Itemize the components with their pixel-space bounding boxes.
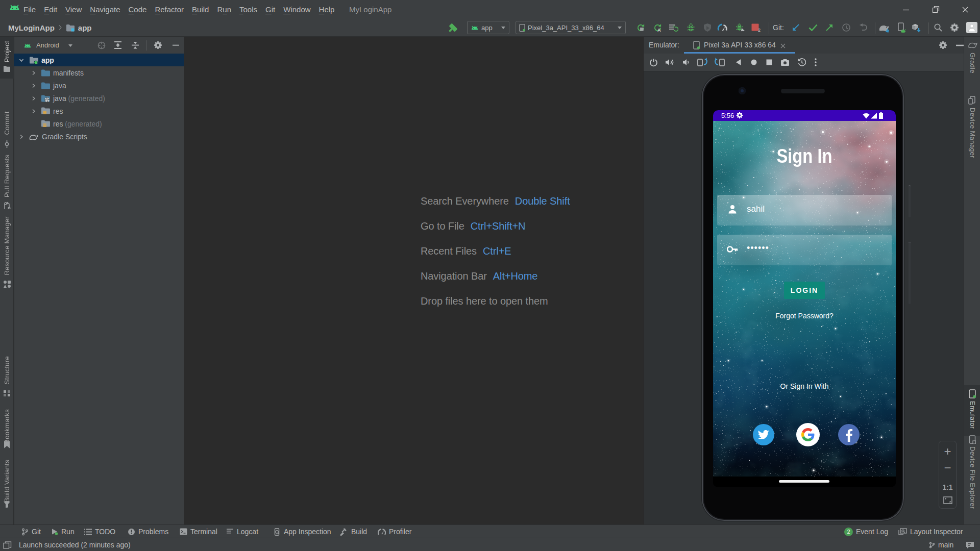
svg-text:A: A xyxy=(657,27,661,32)
